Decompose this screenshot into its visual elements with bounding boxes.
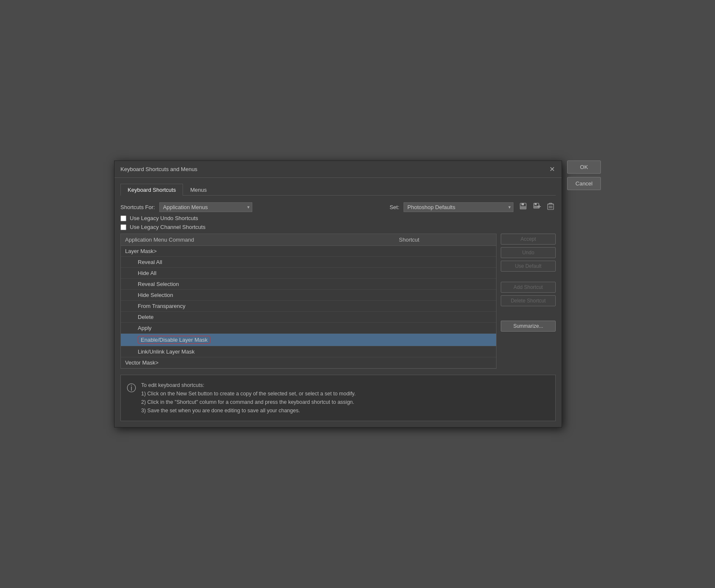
dialog-body: Keyboard Shortcuts Menus Shortcuts For: … [115, 178, 562, 427]
tab-menus[interactable]: Menus [183, 184, 214, 196]
table-row[interactable]: Hide All [121, 268, 496, 279]
legacy-undo-row: Use Legacy Undo Shortcuts [120, 215, 556, 221]
ok-button[interactable]: OK [567, 161, 601, 174]
legacy-undo-label: Use Legacy Undo Shortcuts [130, 215, 198, 221]
set-row: Set: Photoshop Defaults Custom [390, 201, 556, 212]
save-set-icon[interactable] [518, 201, 529, 212]
undo-button[interactable]: Undo [501, 247, 556, 258]
title-bar: Keyboard Shortcuts and Menus ✕ [115, 161, 562, 178]
svg-rect-2 [521, 206, 526, 209]
table-row[interactable]: Link/Unlink Layer Mask [121, 346, 496, 357]
info-line3: 2) Click in the "Shortcut" column for a … [141, 398, 356, 406]
table-row[interactable]: Layer Mask> [121, 246, 496, 257]
row-cmd-outlined: Enable/Disable Layer Mask [125, 336, 399, 344]
ok-cancel-buttons: OK Cancel [567, 161, 601, 190]
legacy-channel-row: Use Legacy Channel Shortcuts [120, 224, 556, 230]
row-cmd: Delete [125, 314, 399, 320]
col-header-shortcut: Shortcut [399, 237, 492, 243]
tabs-bar: Keyboard Shortcuts Menus [120, 184, 556, 196]
top-controls: Shortcuts For: Application Menus Panel M… [120, 201, 556, 212]
close-button[interactable]: ✕ [549, 165, 556, 173]
spacer2 [501, 309, 556, 314]
shortcuts-for-select-wrapper: Application Menus Panel Menus Tools [159, 202, 252, 212]
info-text: To edit keyboard shortcuts: 1) Click on … [141, 381, 356, 415]
shortcuts-for-label: Shortcuts For: [120, 204, 155, 210]
shortcut-table-panel: Application Menu Command Shortcut Layer … [120, 234, 497, 369]
info-line1: To edit keyboard shortcuts: [141, 381, 356, 389]
set-icons [518, 201, 556, 212]
delete-shortcut-button[interactable]: Delete Shortcut [501, 295, 556, 306]
row-cmd: Reveal All [125, 259, 399, 265]
table-row[interactable]: From Transparency [121, 301, 496, 312]
col-header-cmd: Application Menu Command [125, 237, 399, 243]
info-box: ⓘ To edit keyboard shortcuts: 1) Click o… [120, 375, 556, 421]
table-row[interactable]: Hide Selection [121, 290, 496, 301]
set-select[interactable]: Photoshop Defaults Custom [404, 202, 513, 212]
side-buttons: Accept Undo Use Default Add Shortcut Del… [501, 234, 556, 369]
legacy-channel-checkbox[interactable] [120, 224, 126, 230]
legacy-channel-label: Use Legacy Channel Shortcuts [130, 224, 205, 230]
main-area: Application Menu Command Shortcut Layer … [120, 234, 556, 369]
table-row[interactable]: Reveal All [121, 257, 496, 268]
add-shortcut-button[interactable]: Add Shortcut [501, 282, 556, 293]
info-line2: 1) Click on the New Set button to create… [141, 389, 356, 398]
set-label: Set: [390, 204, 399, 210]
delete-set-icon[interactable] [546, 201, 556, 212]
row-cmd: Hide Selection [125, 292, 399, 298]
table-body[interactable]: Layer Mask> Reveal All Hide All [121, 246, 496, 368]
table-row[interactable]: Apply [121, 323, 496, 334]
table-row-selected[interactable]: Enable/Disable Layer Mask [121, 334, 496, 346]
accept-button[interactable]: Accept [501, 234, 556, 245]
row-cmd: Vector Mask> [125, 359, 399, 366]
set-select-wrapper: Photoshop Defaults Custom [404, 202, 513, 212]
row-cmd: Hide All [125, 270, 399, 276]
legacy-undo-checkbox[interactable] [120, 215, 126, 221]
info-icon: ⓘ [127, 382, 136, 395]
summarize-button[interactable]: Summarize... [501, 321, 556, 332]
table-row[interactable]: Delete [121, 312, 496, 323]
tab-keyboard-shortcuts[interactable]: Keyboard Shortcuts [120, 184, 183, 196]
row-cmd: Link/Unlink Layer Mask [125, 348, 399, 355]
use-default-button[interactable]: Use Default [501, 261, 556, 272]
outlined-cmd-text: Enable/Disable Layer Mask [138, 336, 210, 344]
svg-rect-4 [535, 203, 537, 205]
shortcuts-for-select[interactable]: Application Menus Panel Menus Tools [159, 202, 252, 212]
info-line4: 3) Save the set when you are done editin… [141, 406, 356, 415]
table-row[interactable]: Vector Mask> [121, 357, 496, 368]
row-cmd: From Transparency [125, 303, 399, 309]
spacer [501, 274, 556, 279]
dialog-wrapper: Keyboard Shortcuts and Menus ✕ Keyboard … [114, 161, 601, 427]
row-cmd: Apply [125, 325, 399, 331]
shortcuts-for-row: Shortcuts For: Application Menus Panel M… [120, 202, 252, 212]
cancel-button[interactable]: Cancel [567, 177, 601, 190]
dialog-title: Keyboard Shortcuts and Menus [120, 166, 197, 172]
save-new-set-icon[interactable] [531, 201, 543, 212]
table-header: Application Menu Command Shortcut [121, 234, 496, 246]
row-cmd: Reveal Selection [125, 281, 399, 287]
row-cmd: Layer Mask> [125, 248, 399, 254]
svg-rect-1 [521, 203, 524, 205]
table-row[interactable]: Reveal Selection [121, 279, 496, 290]
keyboard-shortcuts-dialog: Keyboard Shortcuts and Menus ✕ Keyboard … [114, 161, 562, 427]
